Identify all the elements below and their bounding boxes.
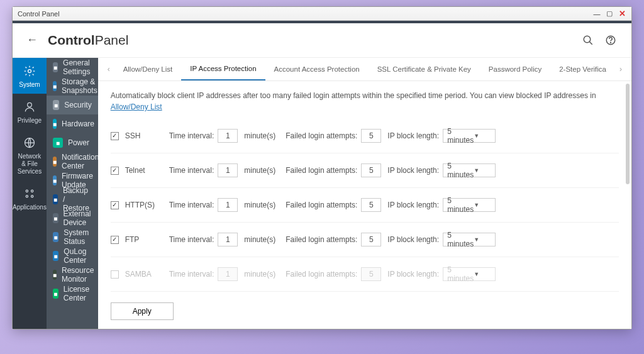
time-interval-input[interactable] [218, 129, 238, 143]
module-icon: ■ [53, 175, 57, 185]
block-length-label: IP block length: [387, 131, 439, 140]
module-icon: ■ [53, 119, 57, 129]
scroll-right-icon[interactable]: › [615, 58, 626, 80]
sidebar-item-external-device[interactable]: ■External Device [47, 209, 98, 228]
svg-point-9 [26, 196, 28, 197]
block-length-label: IP block length: [387, 201, 439, 209]
failed-attempts-input[interactable] [361, 163, 381, 177]
tab-password-policy[interactable]: Password Policy [480, 58, 550, 80]
protocol-label: HTTP(S) [125, 201, 163, 209]
page-title: ControlPanel [48, 33, 128, 48]
close-icon[interactable]: ✕ [618, 9, 626, 18]
time-interval-input[interactable] [218, 163, 238, 177]
module-icon: ■ [53, 157, 57, 167]
block-length-select[interactable]: 5 minutes▼ [443, 233, 496, 246]
protocol-checkbox[interactable] [111, 201, 119, 209]
time-interval-input[interactable] [218, 198, 238, 212]
sidebar-item-security[interactable]: ■Security [47, 96, 98, 114]
sidebar-item-system-status[interactable]: ■System Status [47, 228, 98, 246]
tabs: ‹ Allow/Deny ListIP Access ProtectionAcc… [98, 58, 631, 81]
block-length-select[interactable]: 5 minutes▼ [443, 198, 496, 212]
svg-point-8 [31, 190, 33, 192]
failed-attempts-input[interactable] [361, 129, 381, 143]
gear-icon [23, 64, 36, 78]
failed-attempts-label: Failed login attempts: [286, 235, 357, 244]
sidebar-item-resource-monitor[interactable]: ■Resource Monitor [47, 265, 98, 284]
sidebar-item-hardware[interactable]: ■Hardware [47, 114, 98, 133]
leftnav-item-system[interactable]: System [13, 58, 47, 94]
allow-deny-link[interactable]: Allow/Deny List [111, 102, 162, 111]
leftnav-item-network-file-services[interactable]: Network& File Services [13, 130, 47, 180]
time-interval-label: Time interval: [169, 235, 214, 244]
failed-attempts-input[interactable] [361, 233, 381, 246]
time-interval-label: Time interval: [169, 201, 214, 209]
tab--step-verifica[interactable]: 2-Step Verifica [550, 58, 615, 80]
time-interval-label: Time interval: [169, 166, 214, 175]
module-icon: ■ [53, 194, 58, 204]
time-interval-input [218, 267, 238, 281]
time-interval-label: Time interval: [169, 270, 214, 279]
protocol-row-samba: SAMBATime interval:minute(s)Failed login… [111, 257, 619, 292]
intro-text: Automatically block client IP addresses … [111, 90, 619, 113]
failed-attempts-label: Failed login attempts: [286, 166, 357, 175]
help-icon[interactable] [604, 33, 618, 47]
failed-attempts-input[interactable] [361, 198, 381, 212]
sidebar-item-backup-restore[interactable]: ■Backup / Restore [47, 190, 98, 209]
svg-point-5 [28, 102, 32, 107]
protocol-label: Telnet [125, 166, 163, 175]
scroll-left-icon[interactable]: ‹ [103, 58, 114, 80]
module-icon: ■ [53, 270, 57, 280]
protocol-row-ftp: FTPTime interval:minute(s)Failed login a… [111, 223, 619, 257]
time-interval-label: Time interval: [169, 131, 214, 140]
leftnav-item-applications[interactable]: Applications [13, 180, 47, 216]
block-length-label: IP block length: [387, 166, 439, 175]
module-icon: ■ [53, 62, 58, 72]
protocol-label: SAMBA [125, 270, 163, 279]
minutes-label: minute(s) [244, 235, 275, 244]
search-icon[interactable] [581, 33, 595, 47]
sidebar-item-notification-center[interactable]: ■Notification Center [47, 152, 98, 171]
leftnav-item-privilege[interactable]: Privilege [13, 94, 47, 130]
protocol-checkbox[interactable] [111, 270, 119, 279]
svg-point-10 [31, 196, 33, 197]
window-title: Control Panel [18, 10, 60, 18]
minutes-label: minute(s) [244, 270, 275, 279]
sidebar-item-license-center[interactable]: ■License Center [47, 284, 98, 303]
protocol-checkbox[interactable] [111, 167, 119, 175]
block-length-select[interactable]: 5 minutes▼ [443, 163, 496, 177]
minutes-label: minute(s) [244, 131, 275, 140]
leftnav: SystemPrivilegeNetwork& File ServicesApp… [13, 58, 47, 329]
tab-account-access-protection[interactable]: Account Access Protection [265, 58, 369, 80]
protocol-row-afp: AFPTime interval:minute(s)Failed login a… [111, 292, 619, 296]
body: SystemPrivilegeNetwork& File ServicesApp… [13, 58, 631, 329]
module-icon: ■ [53, 81, 57, 91]
minutes-label: minute(s) [244, 166, 275, 175]
control-panel-window: Control Panel — ▢ ✕ ← ControlPanel Syste… [12, 6, 632, 329]
tab-allow-deny-list[interactable]: Allow/Deny List [114, 58, 182, 80]
time-interval-input[interactable] [218, 233, 238, 246]
svg-point-3 [611, 42, 611, 43]
back-icon[interactable]: ← [26, 33, 40, 47]
svg-point-7 [26, 190, 28, 192]
sidebar-item-power[interactable]: ■Power [47, 133, 98, 152]
minutes-label: minute(s) [244, 201, 275, 209]
sidebar-item-storage-snapshots[interactable]: ■Storage & Snapshots [47, 77, 98, 96]
scrollbar[interactable] [625, 81, 630, 296]
failed-attempts-label: Failed login attempts: [286, 270, 357, 279]
main: ‹ Allow/Deny ListIP Access ProtectionAcc… [98, 58, 631, 329]
block-length-select[interactable]: 5 minutes▼ [443, 129, 496, 143]
protocol-checkbox[interactable] [111, 236, 119, 244]
protocol-label: SSH [125, 131, 163, 140]
minimize-icon[interactable]: — [592, 9, 601, 18]
module-icon: ■ [53, 213, 58, 223]
maximize-icon[interactable]: ▢ [605, 9, 614, 18]
protocol-checkbox[interactable] [111, 132, 119, 140]
sidebar-item-qulog-center[interactable]: ■QuLog Center [47, 246, 98, 265]
sidebar-item-general-settings[interactable]: ■General Settings [47, 58, 98, 77]
tab-ssl-certificate-private-key[interactable]: SSL Certificate & Private Key [369, 58, 480, 80]
chevron-down-icon: ▼ [474, 202, 491, 208]
apply-button[interactable]: Apply [111, 302, 174, 320]
svg-point-4 [28, 70, 31, 73]
titlebar: Control Panel — ▢ ✕ [13, 7, 631, 21]
tab-ip-access-protection[interactable]: IP Access Protection [181, 58, 265, 80]
